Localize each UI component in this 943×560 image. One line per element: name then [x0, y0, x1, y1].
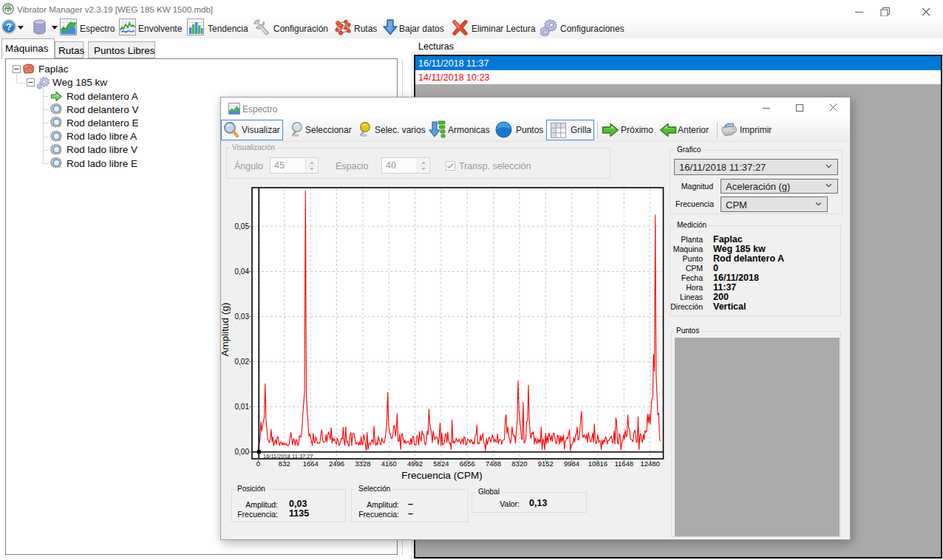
svg-text:832: 832 — [279, 460, 290, 468]
svg-text:0,02: 0,02 — [235, 358, 250, 366]
svg-text:1664: 1664 — [303, 460, 319, 468]
svg-text:0,00: 0,00 — [235, 448, 250, 456]
svg-text:Amplitud (g): Amplitud (g) — [221, 303, 231, 357]
svg-text:Frecuencia (CPM): Frecuencia (CPM) — [401, 470, 483, 481]
svg-text:0: 0 — [256, 460, 260, 468]
svg-text:16/11/2018 11:37:27: 16/11/2018 11:37:27 — [263, 453, 313, 460]
svg-text:4992: 4992 — [407, 460, 423, 468]
svg-text:4160: 4160 — [381, 460, 397, 468]
svg-text:0,05: 0,05 — [235, 222, 250, 231]
svg-text:8320: 8320 — [511, 460, 527, 468]
svg-text:11648: 11648 — [614, 460, 633, 468]
svg-text:7488: 7488 — [486, 460, 501, 468]
svg-text:12480: 12480 — [640, 460, 659, 468]
svg-text:9984: 9984 — [564, 460, 579, 468]
svg-text:0,04: 0,04 — [235, 267, 250, 276]
svg-text:6656: 6656 — [460, 460, 475, 468]
svg-text:0,03: 0,03 — [235, 313, 250, 321]
svg-text:9152: 9152 — [538, 460, 554, 468]
svg-text:3328: 3328 — [355, 460, 370, 468]
svg-text:2496: 2496 — [329, 460, 344, 468]
svg-text:?: ? — [6, 22, 11, 33]
svg-text:0,01: 0,01 — [235, 403, 250, 411]
svg-text:10816: 10816 — [588, 460, 607, 468]
svg-text:5824: 5824 — [433, 460, 449, 468]
